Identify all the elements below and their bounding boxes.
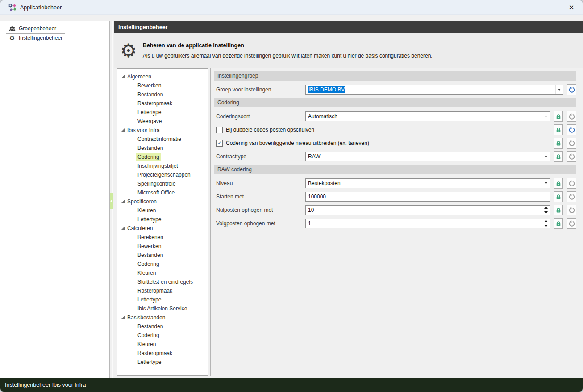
tree-node-algemeen-rasteropmaak[interactable]: Rasteropmaak: [117, 99, 208, 108]
input-value: 10: [308, 207, 314, 213]
codering-van-bovenliggende-niveau-uitbreiden-ex-tarieven-undo-button[interactable]: [567, 138, 576, 149]
tree-node-algemeen[interactable]: Algemeen: [117, 72, 208, 81]
volgposten-ophogen-met-lock-button[interactable]: [554, 218, 563, 229]
starten-met-input[interactable]: 100000: [305, 192, 550, 202]
field-label: Volgposten ophogen met: [214, 220, 305, 227]
bij-dubbele-codes-posten-opschuiven-lock-button[interactable]: [554, 124, 563, 135]
volgposten-ophogen-met-undo-button[interactable]: [567, 218, 576, 229]
tree-node-label: Bestanden: [136, 144, 164, 152]
nulposten-ophogen-met-spin-down-button[interactable]: [542, 211, 550, 215]
starten-met-lock-button[interactable]: [554, 191, 563, 202]
close-button[interactable]: ✕: [565, 2, 578, 13]
tree-node-calculeren-bestanden[interactable]: Bestanden: [117, 251, 208, 260]
tree-node-algemeen-lettertype[interactable]: Lettertype: [117, 108, 208, 117]
tree-node-ibis-voor-infra-contractinformatie[interactable]: Contractinformatie: [117, 135, 208, 144]
tree-node-calculeren[interactable]: Calculeren: [117, 224, 208, 233]
input-value: 100000: [308, 194, 326, 200]
dropdown-button[interactable]: [542, 112, 550, 121]
undo-icon: [568, 220, 575, 227]
section-header-codering: Codering: [214, 98, 576, 107]
tree-node-specificeren[interactable]: Specificeren: [117, 197, 208, 206]
undo-icon: [568, 140, 575, 147]
tree-node-calculeren-sluittekst-en-eindregels[interactable]: Sluittekst en eindregels: [117, 277, 208, 286]
gear-icon-large: ⚙: [120, 41, 137, 60]
bij-dubbele-codes-posten-opschuiven-checkbox[interactable]: [216, 127, 223, 133]
tree-node-calculeren-berekenen[interactable]: Berekenen: [117, 233, 208, 242]
lock-icon: [555, 194, 562, 200]
tree-node-ibis-voor-infra-microsoft-office[interactable]: Microsoft Office: [117, 188, 208, 197]
codering-van-bovenliggende-niveau-uitbreiden-ex-tarieven-checkbox[interactable]: ✓: [216, 140, 223, 147]
groep-voor-instellingen-undo-button[interactable]: [567, 84, 576, 95]
niveau-lock-button[interactable]: [554, 178, 563, 189]
lock-icon: [555, 220, 562, 227]
tree-node-basisbestanden-codering[interactable]: Codering: [117, 331, 208, 340]
undo-icon: [568, 86, 575, 93]
volgposten-ophogen-met-input[interactable]: 1: [305, 219, 550, 228]
tree-node-calculeren-lettertype[interactable]: Lettertype: [117, 295, 208, 304]
tree-node-ibis-voor-infra-bestanden[interactable]: Bestanden: [117, 144, 208, 153]
tree-node-calculeren-ibis-artikelen-service[interactable]: Ibis Artikelen Service: [117, 304, 208, 313]
niveau-combobox[interactable]: Bestekposten: [305, 178, 550, 188]
volgposten-ophogen-met-spin-down-button[interactable]: [542, 224, 550, 228]
tree-node-ibis-voor-infra-projecteigenschappen[interactable]: Projecteigenschappen: [117, 170, 208, 179]
tree-node-calculeren-bewerken[interactable]: Bewerken: [117, 242, 208, 251]
main-area: Instellingenbeheer ⚙ Beheren van de appl…: [114, 21, 583, 378]
sidebar-item-instellingenbeheer[interactable]: ⚙Instellingenbeheer: [6, 33, 65, 42]
groep-voor-instellingen-combobox[interactable]: IBIS DEMO BV: [305, 85, 563, 95]
contracttype-undo-button[interactable]: [567, 151, 576, 162]
lock-icon: [555, 127, 562, 133]
coderingsoort-combobox[interactable]: Automatisch: [305, 111, 550, 121]
sidebar-item-groepenbeheer[interactable]: Groepenbeheer: [6, 24, 59, 33]
tree-node-ibis-voor-infra-inschrijvingsbiljet[interactable]: Inschrijvingsbiljet: [117, 161, 208, 170]
tree-node-label: Inschrijvingsbiljet: [136, 162, 179, 169]
intro-title: Beheren van de applicatie instellingen: [143, 42, 433, 49]
tree-node-basisbestanden-rasteropmaak[interactable]: Rasteropmaak: [117, 349, 208, 358]
tree-node-basisbestanden[interactable]: Basisbestanden: [117, 313, 208, 322]
tree-node-label: Codering: [136, 153, 161, 161]
tree-node-algemeen-weergave[interactable]: Weergave: [117, 117, 208, 126]
nulposten-ophogen-met-input[interactable]: 10: [305, 205, 550, 215]
nulposten-ophogen-met-lock-button[interactable]: [554, 205, 563, 215]
section-header-raw-codering: RAW codering: [214, 165, 576, 174]
lock-icon: [555, 207, 562, 214]
dropdown-button[interactable]: [555, 85, 563, 94]
tree-node-label: Sluittekst en eindregels: [136, 278, 194, 285]
tree-node-calculeren-rasteropmaak[interactable]: Rasteropmaak: [117, 286, 208, 295]
dropdown-button[interactable]: [542, 179, 550, 188]
nulposten-ophogen-met-spin-up-button[interactable]: [542, 206, 550, 210]
tree-node-ibis-voor-infra-codering[interactable]: Codering: [117, 153, 208, 161]
tree-node-basisbestanden-kleuren[interactable]: Kleuren: [117, 340, 208, 349]
starten-met-undo-button[interactable]: [567, 191, 576, 202]
expander-icon[interactable]: [121, 128, 125, 132]
tree-node-specificeren-kleuren[interactable]: Kleuren: [117, 206, 208, 215]
bij-dubbele-codes-posten-opschuiven-undo-button[interactable]: [567, 124, 576, 135]
codering-van-bovenliggende-niveau-uitbreiden-ex-tarieven-lock-button[interactable]: [554, 138, 563, 149]
contracttype-lock-button[interactable]: [554, 151, 563, 162]
tree-node-ibis-voor-infra[interactable]: Ibis voor Infra: [117, 126, 208, 135]
expander-icon[interactable]: [121, 316, 125, 319]
dropdown-button[interactable]: [542, 152, 550, 161]
tree-node-algemeen-bestanden[interactable]: Bestanden: [117, 90, 208, 99]
expander-icon[interactable]: [121, 227, 125, 230]
tree-node-ibis-voor-infra-spellingcontrole[interactable]: Spellingcontrole: [117, 179, 208, 188]
coderingsoort-undo-button[interactable]: [567, 111, 576, 122]
tree-node-specificeren-lettertype[interactable]: Lettertype: [117, 215, 208, 224]
coderingsoort-lock-button[interactable]: [554, 111, 563, 122]
tree-node-label: Berekenen: [136, 234, 165, 241]
undo-icon: [568, 126, 575, 133]
niveau-undo-button[interactable]: [567, 178, 576, 189]
settings-tree: AlgemeenBewerkenBestandenRasteropmaakLet…: [117, 68, 208, 376]
tree-node-calculeren-codering[interactable]: Codering: [117, 260, 208, 268]
tree-node-algemeen-bewerken[interactable]: Bewerken: [117, 81, 208, 90]
volgposten-ophogen-met-spin-up-button[interactable]: [542, 219, 550, 223]
tree-node-calculeren-kleuren[interactable]: Kleuren: [117, 268, 208, 277]
tree-node-basisbestanden-lettertype[interactable]: Lettertype: [117, 358, 208, 367]
expander-icon[interactable]: [121, 75, 125, 78]
nulposten-ophogen-met-undo-button[interactable]: [567, 205, 576, 215]
expander-icon[interactable]: [121, 200, 125, 203]
field-bij-dubbele-codes-posten-opschuiven: Bij dubbele codes posten opschuiven: [214, 124, 576, 135]
tree-node-basisbestanden-bestanden[interactable]: Bestanden: [117, 322, 208, 331]
sidebar-item-label: Groepenbeheer: [19, 25, 56, 32]
splitter[interactable]: [110, 21, 114, 378]
contracttype-combobox[interactable]: RAW: [305, 152, 550, 161]
